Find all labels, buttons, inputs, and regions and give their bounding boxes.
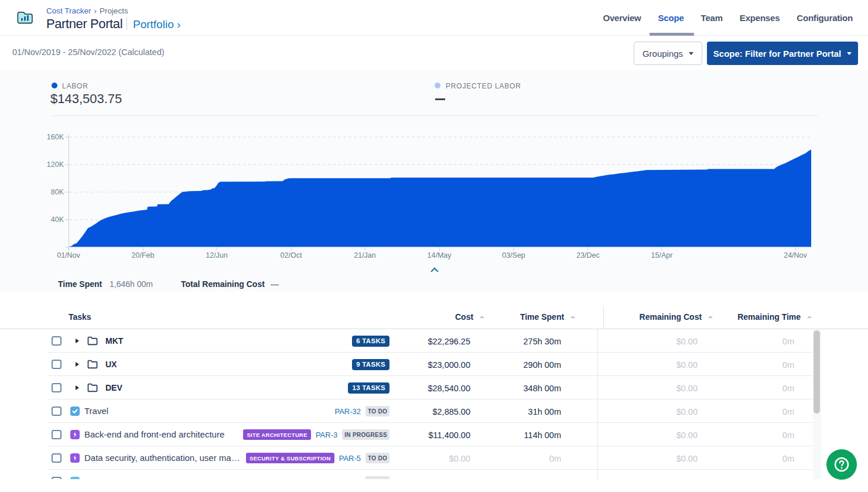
svg-text:160K: 160K xyxy=(47,133,64,141)
svg-text:23/Dec: 23/Dec xyxy=(576,251,600,259)
svg-text:120K: 120K xyxy=(47,160,64,169)
svg-text:40K: 40K xyxy=(51,216,64,224)
svg-text:14/May: 14/May xyxy=(428,251,452,259)
svg-text:20/Feb: 20/Feb xyxy=(132,251,155,259)
svg-text:12/Jun: 12/Jun xyxy=(206,251,228,259)
svg-text:15/Apr: 15/Apr xyxy=(651,251,673,259)
svg-text:03/Sep: 03/Sep xyxy=(502,251,525,259)
svg-text:21/Jan: 21/Jan xyxy=(354,251,376,259)
svg-text:01/Nov: 01/Nov xyxy=(57,251,80,259)
svg-text:24/Nov: 24/Nov xyxy=(784,251,807,259)
svg-text:80K: 80K xyxy=(51,188,64,196)
svg-text:02/Oct: 02/Oct xyxy=(281,251,302,259)
